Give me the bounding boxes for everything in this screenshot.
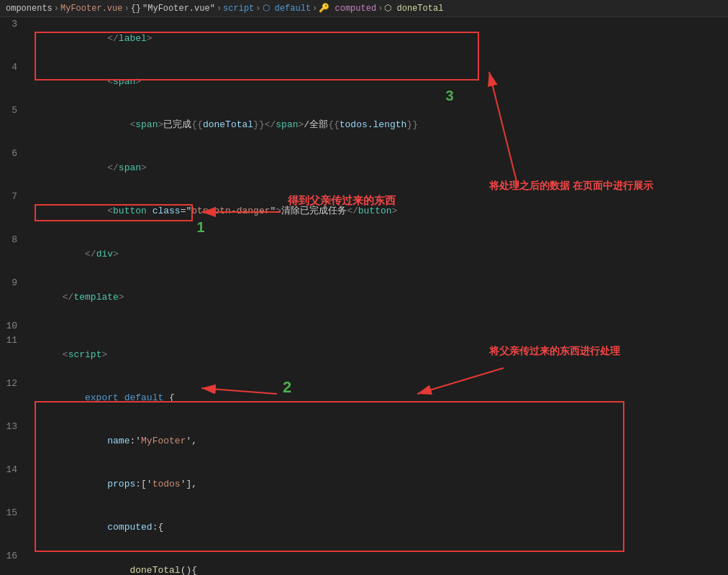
badge-1: 1 bbox=[193, 219, 209, 235]
annotation-props: 得到父亲传过来的东西 bbox=[288, 193, 396, 209]
code-line: 3 </label> bbox=[0, 17, 728, 60]
breadcrumb-sep3: › bbox=[217, 4, 222, 14]
breadcrumb-sep6: › bbox=[378, 4, 383, 14]
code-line: 16 doneTotal(){ bbox=[0, 549, 728, 575]
code-line: 4 <span> bbox=[0, 60, 728, 104]
code-line: 15 computed:{ bbox=[0, 506, 728, 549]
annotation-process: 将父亲传过来的东西进行处理 bbox=[489, 344, 620, 359]
breadcrumb-sep4: › bbox=[255, 4, 260, 14]
breadcrumb-donetotal[interactable]: ⬡ doneTotal bbox=[384, 3, 443, 14]
breadcrumb-braces: {} bbox=[131, 4, 141, 14]
breadcrumb-sep: › bbox=[54, 4, 59, 14]
breadcrumb-computed[interactable]: 🔑 computed bbox=[319, 3, 376, 14]
code-line: 14 props:['todos'], bbox=[0, 463, 728, 506]
badge-3: 3 bbox=[442, 88, 458, 104]
breadcrumb-components: omponents bbox=[6, 4, 53, 14]
breadcrumb: omponents › MyFooter.vue › {} "MyFooter.… bbox=[0, 0, 728, 17]
breadcrumb-sep5: › bbox=[312, 4, 317, 14]
code-line: 13 name:'MyFooter', bbox=[0, 420, 728, 463]
annotation-display: 将处理之后的数据 在页面中进行展示 bbox=[489, 178, 653, 193]
code-line: 5 <span>已完成{{doneTotal}}</span>/全部{{todo… bbox=[0, 104, 728, 147]
code-line: 8 </div> bbox=[0, 233, 728, 276]
code-line: 9 </template> bbox=[0, 276, 728, 319]
badge-2: 2 bbox=[279, 380, 295, 395]
breadcrumb-default[interactable]: ⬡ default bbox=[263, 3, 311, 14]
code-editor: 3 </label> 4 <span> 5 <span>已完成{{doneTot… bbox=[0, 17, 728, 575]
code-line: 10 bbox=[0, 319, 728, 334]
breadcrumb-filename[interactable]: MyFooter.vue bbox=[60, 4, 122, 14]
code-line: 12 export default { bbox=[0, 377, 728, 420]
breadcrumb-quoted: "MyFooter.vue" bbox=[142, 4, 215, 14]
breadcrumb-script[interactable]: script bbox=[223, 4, 254, 14]
breadcrumb-sep2: › bbox=[124, 4, 129, 14]
